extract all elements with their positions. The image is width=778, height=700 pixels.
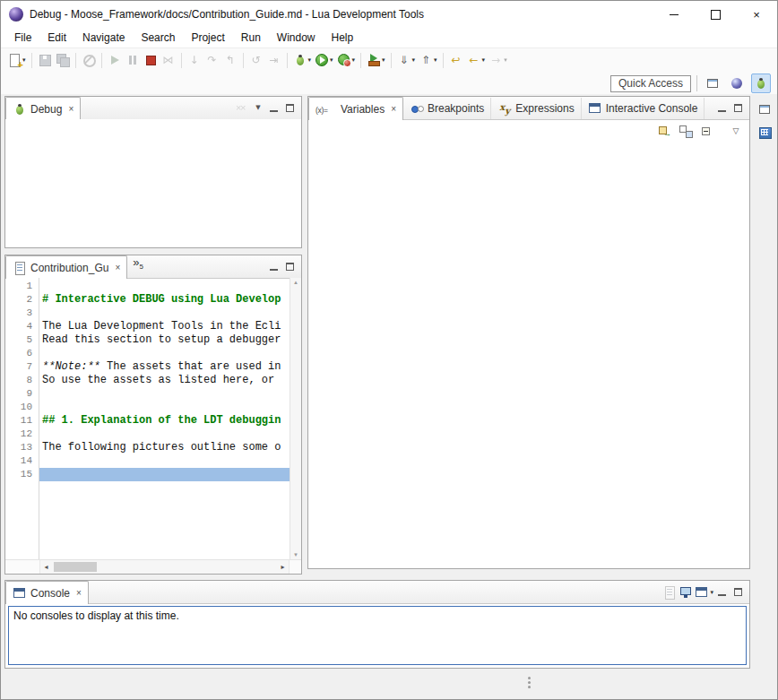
maximize-window-button[interactable] <box>695 1 736 28</box>
menu-navigate[interactable]: Navigate <box>74 29 133 47</box>
editor-line[interactable] <box>39 401 290 414</box>
next-annotation-dropdown-icon[interactable]: ▾ <box>412 56 416 64</box>
variables-content[interactable] <box>308 141 749 568</box>
terminate-button[interactable] <box>142 52 160 68</box>
tab-variables[interactable]: Variables× <box>308 97 403 120</box>
last-edit-location-button[interactable]: ↩ <box>447 52 465 68</box>
close-tab-icon[interactable]: × <box>68 104 73 114</box>
close-tab-icon[interactable]: × <box>391 104 396 114</box>
editor-line[interactable] <box>39 307 290 320</box>
next-annotation-button[interactable]: ⇓▾ <box>395 52 418 68</box>
close-window-button[interactable]: × <box>736 1 777 28</box>
quick-access-input[interactable]: Quick Access <box>610 75 691 92</box>
editor-line[interactable] <box>39 428 290 441</box>
maximize-button[interactable] <box>283 101 298 116</box>
view-menu-button[interactable]: ▽ <box>727 123 745 139</box>
toolbar-separator <box>287 53 288 68</box>
collapse-all-button[interactable] <box>698 123 716 139</box>
code-editor-area[interactable]: # Interactive DEBUG using Lua DevelopThe… <box>39 278 290 559</box>
editor-line[interactable]: The Lua Development Tools in the Ecli <box>39 320 290 333</box>
new-wizard-button[interactable]: ▾ <box>5 52 28 68</box>
menu-project[interactable]: Project <box>183 29 232 47</box>
open-console-dropdown-icon[interactable]: ▾ <box>710 589 713 596</box>
open-perspective-button[interactable] <box>703 73 722 93</box>
editor-line[interactable] <box>39 468 290 481</box>
editor-overflow-tabs[interactable]: » 5 <box>127 255 149 278</box>
editor-line[interactable]: So use the assets as listed here, or <box>39 374 290 387</box>
status-bar-drag-handle[interactable] <box>528 677 531 691</box>
maximize-icon <box>731 585 746 600</box>
line-number: 12 <box>5 428 39 441</box>
menu-search[interactable]: Search <box>133 29 183 47</box>
menu-window[interactable]: Window <box>269 29 324 47</box>
editor-line[interactable] <box>39 454 290 468</box>
editor-line[interactable] <box>39 347 290 360</box>
forward-icon: → <box>488 53 503 67</box>
menu-edit[interactable]: Edit <box>39 29 74 47</box>
editor-line[interactable]: # Interactive DEBUG using Lua Develop <box>39 293 290 307</box>
maximize-button[interactable] <box>731 585 746 600</box>
editor-tab-contribution-gu[interactable]: Contribution_Gu× <box>5 255 127 279</box>
maximize-button[interactable] <box>731 101 746 116</box>
editor-line[interactable]: The following pictures outline some o <box>39 441 290 454</box>
console-content[interactable]: No consoles to display at this time. <box>8 606 747 665</box>
minimized-view-button[interactable] <box>756 125 773 141</box>
tab-debug[interactable]: Debug× <box>5 97 81 120</box>
minimize-button[interactable] <box>267 101 281 116</box>
vertical-scrollbar[interactable]: ▲ ▼ <box>290 278 301 559</box>
debug-dropdown-icon[interactable]: ▾ <box>308 56 312 64</box>
line-number: 13 <box>5 441 39 454</box>
forward-button: →▾ <box>487 52 509 68</box>
debug-button[interactable]: ▾ <box>291 52 314 68</box>
show-type-names-button[interactable] <box>655 123 673 139</box>
restore-minimized-view-button[interactable] <box>756 101 773 117</box>
external-tools-dropdown-icon[interactable]: ▾ <box>382 56 385 64</box>
open-perspective-icon <box>705 76 720 91</box>
menu-run[interactable]: Run <box>233 29 269 47</box>
window-title: Debug - Moose_Framework/docs/Contributio… <box>30 8 424 21</box>
editor-line[interactable] <box>39 280 290 293</box>
view-menu-button[interactable]: ▼ <box>251 101 265 116</box>
show-logical-structure-button[interactable] <box>677 123 695 139</box>
scrollbar-thumb[interactable] <box>54 562 97 572</box>
run-dropdown-icon[interactable]: ▾ <box>330 56 333 64</box>
close-tab-icon[interactable]: × <box>76 588 82 598</box>
run-button[interactable]: ▾ <box>313 52 335 68</box>
back-dropdown-icon[interactable]: ▾ <box>482 56 486 64</box>
horizontal-scrollbar[interactable]: ◂ ▸ <box>40 560 289 574</box>
tab-console[interactable]: Console× <box>5 581 89 604</box>
editor-line[interactable]: ## 1. Explanation of the LDT debuggin <box>39 414 290 428</box>
external-tools-button[interactable]: ▾ <box>365 52 387 68</box>
scroll-down-icon[interactable]: ▼ <box>293 552 298 557</box>
minimize-window-button[interactable] <box>653 1 695 28</box>
ldt-perspective-button[interactable] <box>727 73 747 93</box>
minimize-button[interactable] <box>715 585 730 600</box>
debug-view-content[interactable] <box>5 119 301 247</box>
tab-breakpoints[interactable]: Breakpoints <box>403 98 491 119</box>
tab-expressions[interactable]: Expressions <box>491 98 581 119</box>
menu-help[interactable]: Help <box>324 29 362 47</box>
scroll-right-icon[interactable]: ▸ <box>277 563 289 571</box>
scroll-up-icon[interactable]: ▲ <box>293 280 298 285</box>
close-tab-icon[interactable]: × <box>115 263 120 272</box>
ldt-main-window: Debug - Moose_Framework/docs/Contributio… <box>0 0 778 700</box>
editor-line[interactable] <box>39 387 290 401</box>
open-console-button[interactable]: ▾ <box>695 585 713 600</box>
profile-dropdown-icon[interactable]: ▾ <box>352 56 356 64</box>
drop-to-frame-icon: ↺ <box>249 53 264 67</box>
back-button[interactable]: ←▾ <box>465 52 488 68</box>
tab-interactive-console[interactable]: Interactive Console <box>582 98 705 119</box>
minimize-button[interactable] <box>715 101 730 116</box>
display-selected-console-button[interactable] <box>679 585 693 600</box>
profile-button[interactable]: ▾ <box>335 52 358 68</box>
menu-file[interactable]: File <box>6 29 39 47</box>
previous-annotation-button[interactable]: ⇑▾ <box>417 52 439 68</box>
editor-line[interactable]: Read this section to setup a debugger <box>39 333 290 347</box>
line-number-ruler[interactable]: 123456789101112131415 <box>5 278 39 559</box>
debug-perspective-button[interactable] <box>751 73 771 93</box>
maximize-button[interactable] <box>283 260 298 274</box>
previous-annotation-dropdown-icon[interactable]: ▾ <box>434 56 437 64</box>
editor-line[interactable]: **Note:** The assets that are used in <box>39 360 290 374</box>
scroll-left-icon[interactable]: ◂ <box>40 563 52 571</box>
minimize-button[interactable] <box>267 260 281 274</box>
